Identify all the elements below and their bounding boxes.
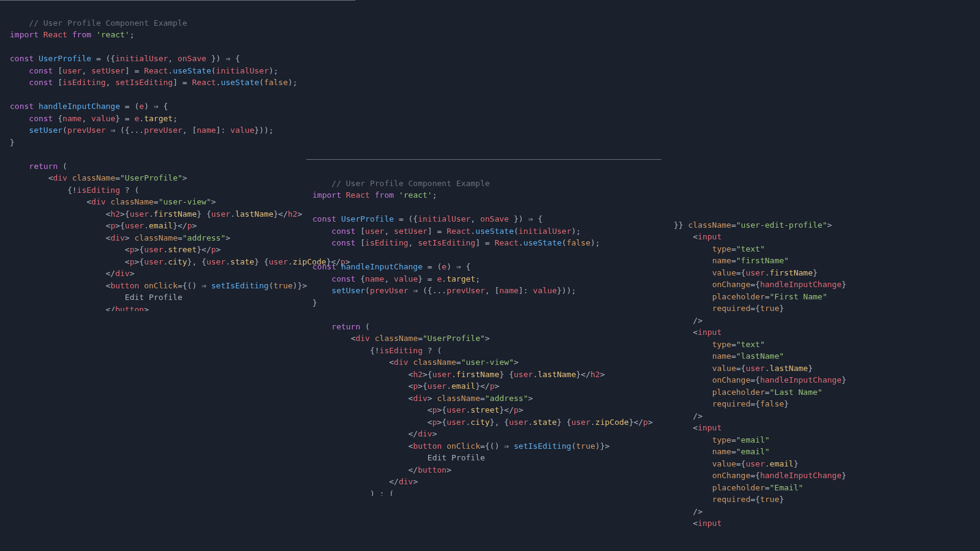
ident-react: React — [192, 78, 216, 87]
tag-h2: h2 — [288, 209, 298, 219]
kw-const: const — [331, 274, 355, 283]
tag-div: div — [355, 334, 369, 343]
tag-h2: h2 — [413, 370, 423, 379]
code-pane-3: }} className="user-edit-profile"> <input… — [674, 207, 974, 531]
var-user: user — [62, 66, 81, 75]
var-user: user — [745, 364, 764, 373]
var-prevuser: prevUser — [370, 286, 409, 295]
var-setuser: setUser — [91, 66, 125, 75]
var-setuser: setUser — [394, 227, 428, 236]
fn-usestate: useState — [221, 78, 259, 87]
tag-p: p — [211, 245, 216, 254]
fn-setisediting: setIsEditing — [514, 441, 571, 451]
prop-email: email — [149, 221, 173, 230]
var-user: user — [365, 227, 384, 236]
var-user: user — [745, 268, 764, 277]
str-address: "address" — [183, 233, 225, 242]
tag-input: input — [698, 519, 722, 528]
prop-city: city — [168, 257, 187, 266]
var-user: user — [211, 209, 230, 219]
ident-react: React — [447, 227, 470, 236]
kw-from: from — [375, 190, 394, 200]
param-e: e — [442, 262, 447, 271]
attr-classname: className — [437, 394, 480, 403]
attr-required: required — [712, 495, 751, 504]
tag-input: input — [698, 423, 722, 432]
bool-true: true — [760, 495, 779, 504]
tag-div: div — [91, 197, 105, 206]
kw-const: const — [312, 262, 336, 271]
kw-const: const — [312, 214, 336, 223]
var-name: name — [365, 274, 384, 283]
attr-value: value — [712, 268, 736, 277]
kw-const: const — [331, 227, 355, 236]
attr-onchange: onChange — [712, 280, 751, 289]
attr-type: type — [712, 531, 731, 532]
prop-firstname: firstName — [154, 209, 197, 219]
prop-state: state — [230, 257, 254, 266]
var-setisediting: setIsEditing — [418, 238, 475, 247]
var-name: name — [499, 286, 518, 295]
var-prevuser: prevUser — [67, 126, 106, 135]
var-user: user — [432, 370, 451, 379]
var-user: user — [447, 418, 466, 427]
bool-false: false — [760, 399, 784, 408]
kw-import: import — [312, 190, 341, 200]
tag-input: input — [698, 232, 722, 241]
bool-false: false — [567, 238, 590, 247]
attr-required: required — [712, 399, 751, 408]
kw-const: const — [331, 238, 355, 247]
attr-placeholder: placeholder — [712, 292, 765, 301]
attr-placeholder: placeholder — [712, 483, 765, 492]
var-user: user — [745, 459, 764, 468]
param-e: e — [139, 102, 144, 111]
prop-lastname: lastName — [235, 209, 274, 219]
var-user: user — [125, 221, 144, 230]
text-editprofile: Edit Profile — [428, 453, 485, 462]
attr-onclick: onClick — [144, 281, 178, 290]
var-user: user — [269, 257, 288, 266]
tag-button: button — [418, 465, 447, 474]
attr-onchange: onChange — [712, 375, 751, 384]
var-user: user — [130, 209, 149, 219]
str-firstname: "firstName" — [736, 256, 789, 265]
str-text: "text" — [736, 531, 765, 532]
tag-div: div — [399, 477, 413, 486]
kw-return: return — [29, 162, 58, 171]
var-user: user — [447, 405, 466, 414]
attr-type: type — [712, 435, 731, 444]
var-prevuser: prevUser — [447, 286, 485, 295]
str-userprofile: "UserProfile" — [423, 334, 485, 343]
prop-email: email — [451, 381, 475, 391]
attr-placeholder: placeholder — [712, 388, 765, 397]
tag-div: div — [413, 394, 427, 403]
prop-state: state — [533, 418, 557, 427]
prop-firstname: firstName — [770, 268, 813, 277]
ident-react: React — [346, 190, 370, 200]
attr-classname: className — [688, 220, 731, 230]
bool-true: true — [274, 281, 293, 290]
prop-lastname: lastName — [538, 370, 576, 379]
tag-p: p — [643, 418, 648, 427]
param-onsave: onSave — [480, 214, 509, 223]
fn-setisediting: setIsEditing — [211, 281, 269, 290]
tag-div: div — [110, 233, 124, 242]
code-pane-2: // User Profile Component Example import… — [312, 165, 674, 496]
tag-h2: h2 — [590, 370, 600, 379]
attr-name: name — [712, 447, 731, 456]
prop-street: street — [168, 245, 197, 254]
tag-div: div — [115, 269, 129, 278]
var-user: user — [144, 245, 163, 254]
fn-setuser: setUser — [29, 126, 62, 135]
attr-value: value — [712, 364, 736, 373]
param-initialuser: initialUser — [418, 214, 470, 223]
str-text: "text" — [736, 244, 765, 253]
str-firstname-ph: "First Name" — [770, 292, 827, 301]
kw-const: const — [29, 114, 53, 123]
fn-handleinputchange: handleInputChange — [341, 262, 423, 271]
fn-userprofile: UserProfile — [341, 214, 394, 223]
kw-const: const — [29, 78, 53, 87]
fn-handleinputchange: handleInputChange — [39, 102, 120, 111]
tag-div: div — [394, 358, 408, 367]
tag-div: div — [418, 429, 432, 438]
